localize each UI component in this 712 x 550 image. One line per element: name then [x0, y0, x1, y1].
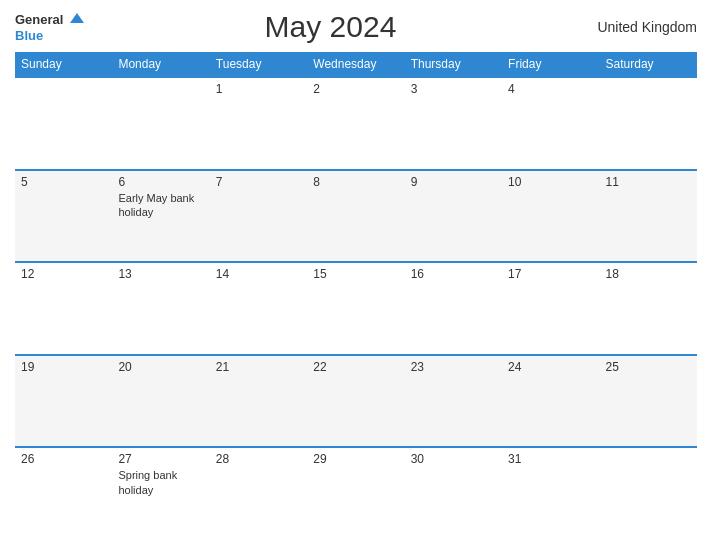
- cell-w4-d2: 21: [210, 355, 307, 448]
- header-tuesday: Tuesday: [210, 52, 307, 77]
- day-number: 5: [21, 175, 106, 189]
- day-number: 10: [508, 175, 593, 189]
- day-number: 28: [216, 452, 301, 466]
- day-number: 3: [411, 82, 496, 96]
- cell-w1-d0: [15, 77, 112, 170]
- header-wednesday: Wednesday: [307, 52, 404, 77]
- cell-w1-d4: 3: [405, 77, 502, 170]
- cell-w3-d6: 18: [600, 262, 697, 355]
- week-row-4: 19202122232425: [15, 355, 697, 448]
- cell-w3-d3: 15: [307, 262, 404, 355]
- cell-w2-d1: 6Early May bank holiday: [112, 170, 209, 263]
- day-number: 17: [508, 267, 593, 281]
- event-text: Early May bank holiday: [118, 191, 203, 220]
- day-number: 27: [118, 452, 203, 466]
- cell-w2-d3: 8: [307, 170, 404, 263]
- day-number: 1: [216, 82, 301, 96]
- day-number: 7: [216, 175, 301, 189]
- day-number: 25: [606, 360, 691, 374]
- day-number: 11: [606, 175, 691, 189]
- week-row-3: 12131415161718: [15, 262, 697, 355]
- header-thursday: Thursday: [405, 52, 502, 77]
- day-number: 6: [118, 175, 203, 189]
- cell-w1-d3: 2: [307, 77, 404, 170]
- cell-w4-d1: 20: [112, 355, 209, 448]
- logo-text: General: [15, 11, 84, 27]
- header-saturday: Saturday: [600, 52, 697, 77]
- logo-blue: Blue: [15, 28, 43, 43]
- cell-w5-d2: 28: [210, 447, 307, 540]
- cell-w2-d6: 11: [600, 170, 697, 263]
- month-title: May 2024: [84, 10, 577, 44]
- day-number: 19: [21, 360, 106, 374]
- cell-w1-d6: [600, 77, 697, 170]
- day-number: 16: [411, 267, 496, 281]
- week-row-1: 1234: [15, 77, 697, 170]
- day-number: 14: [216, 267, 301, 281]
- day-number: 4: [508, 82, 593, 96]
- day-number: 12: [21, 267, 106, 281]
- day-number: 23: [411, 360, 496, 374]
- day-number: 8: [313, 175, 398, 189]
- cell-w4-d0: 19: [15, 355, 112, 448]
- cell-w3-d0: 12: [15, 262, 112, 355]
- country-label: United Kingdom: [577, 19, 697, 35]
- day-number: 21: [216, 360, 301, 374]
- cell-w4-d3: 22: [307, 355, 404, 448]
- cell-w2-d2: 7: [210, 170, 307, 263]
- cell-w3-d5: 17: [502, 262, 599, 355]
- header-friday: Friday: [502, 52, 599, 77]
- day-number: 2: [313, 82, 398, 96]
- day-number: 22: [313, 360, 398, 374]
- cell-w3-d1: 13: [112, 262, 209, 355]
- day-number: 15: [313, 267, 398, 281]
- cell-w3-d4: 16: [405, 262, 502, 355]
- cell-w1-d1: [112, 77, 209, 170]
- header: General Blue May 2024 United Kingdom: [15, 10, 697, 44]
- logo-blue-row: Blue: [15, 27, 84, 43]
- day-number: 13: [118, 267, 203, 281]
- calendar-table: Sunday Monday Tuesday Wednesday Thursday…: [15, 52, 697, 540]
- cell-w1-d5: 4: [502, 77, 599, 170]
- header-monday: Monday: [112, 52, 209, 77]
- cell-w2-d0: 5: [15, 170, 112, 263]
- cell-w2-d4: 9: [405, 170, 502, 263]
- logo-triangle-icon: [70, 13, 84, 23]
- cell-w5-d1: 27Spring bank holiday: [112, 447, 209, 540]
- cell-w3-d2: 14: [210, 262, 307, 355]
- day-header-row: Sunday Monday Tuesday Wednesday Thursday…: [15, 52, 697, 77]
- cell-w4-d4: 23: [405, 355, 502, 448]
- day-number: 30: [411, 452, 496, 466]
- day-number: 29: [313, 452, 398, 466]
- logo-general: General: [15, 12, 63, 27]
- logo: General Blue: [15, 11, 84, 43]
- calendar-container: General Blue May 2024 United Kingdom Sun…: [0, 0, 712, 550]
- cell-w5-d6: [600, 447, 697, 540]
- cell-w1-d2: 1: [210, 77, 307, 170]
- header-sunday: Sunday: [15, 52, 112, 77]
- day-number: 20: [118, 360, 203, 374]
- day-number: 26: [21, 452, 106, 466]
- cell-w5-d0: 26: [15, 447, 112, 540]
- day-number: 24: [508, 360, 593, 374]
- cell-w4-d5: 24: [502, 355, 599, 448]
- cell-w4-d6: 25: [600, 355, 697, 448]
- day-number: 18: [606, 267, 691, 281]
- day-number: 9: [411, 175, 496, 189]
- event-text: Spring bank holiday: [118, 468, 203, 497]
- cell-w2-d5: 10: [502, 170, 599, 263]
- cell-w5-d5: 31: [502, 447, 599, 540]
- day-number: 31: [508, 452, 593, 466]
- week-row-2: 56Early May bank holiday7891011: [15, 170, 697, 263]
- cell-w5-d3: 29: [307, 447, 404, 540]
- week-row-5: 2627Spring bank holiday28293031: [15, 447, 697, 540]
- cell-w5-d4: 30: [405, 447, 502, 540]
